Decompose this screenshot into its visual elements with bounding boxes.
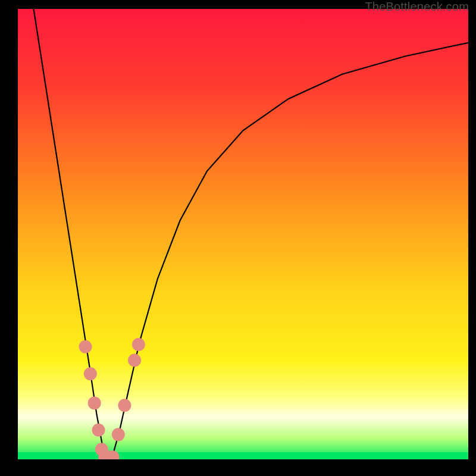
- scatter-dot: [79, 340, 92, 353]
- chart-frame: TheBottleneck.com: [0, 0, 476, 476]
- scatter-dot: [92, 424, 105, 437]
- scatter-dot: [118, 399, 131, 412]
- scatter-dot: [132, 338, 145, 351]
- chart-background: [18, 9, 468, 459]
- scatter-dot: [128, 353, 141, 367]
- scatter-dot: [84, 367, 97, 380]
- bottleneck-chart: [18, 9, 468, 459]
- scatter-dot: [88, 396, 101, 409]
- baseline-band: [18, 452, 468, 459]
- scatter-dot: [112, 428, 125, 441]
